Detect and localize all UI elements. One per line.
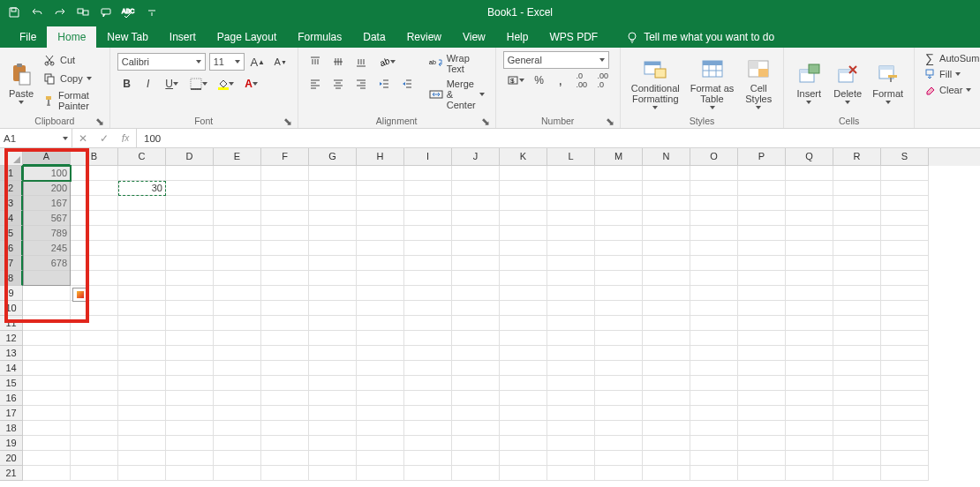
cell-S10[interactable] [881, 301, 929, 316]
cell-M16[interactable] [595, 391, 643, 406]
cell-N20[interactable] [643, 451, 690, 466]
cell-P20[interactable] [738, 451, 786, 466]
cell-G19[interactable] [309, 436, 357, 451]
cell-K16[interactable] [500, 391, 547, 406]
column-header-I[interactable]: I [404, 148, 452, 166]
cell-O12[interactable] [690, 331, 738, 346]
cell-J16[interactable] [452, 391, 500, 406]
cell-Q14[interactable] [786, 361, 833, 376]
cell-Q9[interactable] [786, 286, 833, 301]
cell-A15[interactable] [23, 376, 71, 391]
cell-M5[interactable] [595, 226, 643, 241]
cell-G15[interactable] [309, 376, 357, 391]
cell-C18[interactable] [118, 421, 166, 436]
cell-D3[interactable] [166, 196, 214, 211]
cell-M3[interactable] [595, 196, 643, 211]
format-cells-button[interactable]: Format [869, 51, 907, 114]
accounting-format-button[interactable]: $ [503, 71, 528, 89]
cell-N21[interactable] [643, 466, 690, 481]
cell-I2[interactable] [404, 181, 452, 196]
cell-B1[interactable] [71, 166, 118, 181]
cell-G21[interactable] [309, 466, 357, 481]
row-header-1[interactable]: 1 [0, 166, 23, 181]
redo-icon[interactable] [51, 4, 69, 21]
paste-button[interactable]: Paste [7, 51, 35, 114]
cell-S1[interactable] [881, 166, 929, 181]
cell-L6[interactable] [547, 241, 595, 256]
cell-G8[interactable] [309, 271, 357, 286]
column-header-P[interactable]: P [738, 148, 786, 166]
align-top-button[interactable] [305, 53, 325, 71]
tab-view[interactable]: View [452, 26, 496, 48]
cell-B17[interactable] [71, 406, 118, 421]
cell-E4[interactable] [214, 211, 261, 226]
cell-I15[interactable] [404, 376, 452, 391]
cell-G7[interactable] [309, 256, 357, 271]
borders-button[interactable] [186, 75, 211, 93]
cell-K15[interactable] [500, 376, 547, 391]
cell-L13[interactable] [547, 346, 595, 361]
cell-R19[interactable] [833, 436, 881, 451]
cell-G4[interactable] [309, 211, 357, 226]
conditional-formatting-button[interactable]: Conditional Formatting [628, 51, 683, 114]
cell-Q18[interactable] [786, 421, 833, 436]
cell-L15[interactable] [547, 376, 595, 391]
cell-E20[interactable] [214, 451, 261, 466]
clear-button[interactable]: Clear [922, 83, 980, 97]
cell-Q6[interactable] [786, 241, 833, 256]
cell-C4[interactable] [118, 211, 166, 226]
cell-C10[interactable] [118, 301, 166, 316]
cell-K8[interactable] [500, 271, 547, 286]
cell-C14[interactable] [118, 361, 166, 376]
cell-S21[interactable] [881, 466, 929, 481]
row-header-17[interactable]: 17 [0, 406, 23, 421]
cell-I20[interactable] [404, 451, 452, 466]
font-size-combo[interactable]: 11 [209, 53, 245, 71]
cell-K12[interactable] [500, 331, 547, 346]
cell-L10[interactable] [547, 301, 595, 316]
cell-D7[interactable] [166, 256, 214, 271]
cell-H17[interactable] [357, 406, 404, 421]
cell-M6[interactable] [595, 241, 643, 256]
cell-M14[interactable] [595, 361, 643, 376]
cell-N7[interactable] [643, 256, 690, 271]
cell-O3[interactable] [690, 196, 738, 211]
cell-F14[interactable] [261, 361, 309, 376]
cell-I9[interactable] [404, 286, 452, 301]
cell-J4[interactable] [452, 211, 500, 226]
cell-C7[interactable] [118, 256, 166, 271]
cell-K21[interactable] [500, 466, 547, 481]
cell-S12[interactable] [881, 331, 929, 346]
cell-C8[interactable] [118, 271, 166, 286]
cell-D2[interactable] [166, 181, 214, 196]
cell-N10[interactable] [643, 301, 690, 316]
cell-B20[interactable] [71, 451, 118, 466]
cell-F6[interactable] [261, 241, 309, 256]
cell-K13[interactable] [500, 346, 547, 361]
cell-E7[interactable] [214, 256, 261, 271]
cell-A14[interactable] [23, 361, 71, 376]
cell-R5[interactable] [833, 226, 881, 241]
cell-R16[interactable] [833, 391, 881, 406]
align-middle-button[interactable] [328, 53, 348, 71]
cell-P4[interactable] [738, 211, 786, 226]
cell-J11[interactable] [452, 316, 500, 331]
italic-button[interactable]: I [139, 75, 158, 93]
cell-K6[interactable] [500, 241, 547, 256]
cell-S8[interactable] [881, 271, 929, 286]
cell-D4[interactable] [166, 211, 214, 226]
cell-L11[interactable] [547, 316, 595, 331]
cell-K18[interactable] [500, 421, 547, 436]
cell-D21[interactable] [166, 466, 214, 481]
cell-D6[interactable] [166, 241, 214, 256]
row-header-15[interactable]: 15 [0, 376, 23, 391]
cell-A12[interactable] [23, 331, 71, 346]
cell-I4[interactable] [404, 211, 452, 226]
cell-F5[interactable] [261, 226, 309, 241]
cell-C16[interactable] [118, 391, 166, 406]
cell-styles-button[interactable]: Cell Styles [741, 51, 776, 114]
cell-H1[interactable] [357, 166, 404, 181]
row-header-20[interactable]: 20 [0, 451, 23, 466]
cell-O17[interactable] [690, 406, 738, 421]
cell-M9[interactable] [595, 286, 643, 301]
